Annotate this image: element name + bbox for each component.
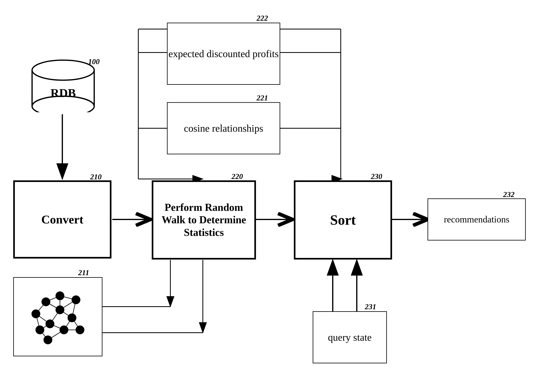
- svg-point-86: [43, 336, 52, 344]
- svg-point-53: [32, 60, 94, 80]
- ref-220: 220: [231, 172, 243, 181]
- svg-point-78: [72, 295, 80, 304]
- ref-222: 222: [257, 14, 268, 22]
- sort-box: Sort: [294, 180, 392, 259]
- ref-211: 211: [78, 268, 89, 277]
- rdb-cylinder: [30, 58, 96, 112]
- svg-point-84: [60, 325, 68, 334]
- query-state-box: query state: [313, 311, 387, 363]
- ref-221: 221: [257, 93, 268, 102]
- rdb-label: RDB: [30, 86, 96, 100]
- svg-point-76: [42, 297, 50, 306]
- random-walk-box: Perform Random Walk to Determine Statist…: [152, 180, 256, 259]
- svg-point-80: [56, 306, 64, 314]
- ref-231: 231: [365, 302, 376, 311]
- main-diagram: RDB 100 Convert 210 Perform Random Walk …: [0, 0, 545, 392]
- network-graph-svg: [20, 284, 96, 350]
- svg-point-83: [36, 325, 44, 334]
- cosine-box: cosine relationships: [167, 102, 280, 154]
- svg-point-81: [68, 313, 76, 322]
- ref-232: 232: [503, 190, 514, 199]
- svg-point-77: [56, 291, 64, 300]
- ref-210: 210: [90, 172, 102, 181]
- expected-box: expected discounted profits: [167, 23, 280, 85]
- ref-100: 100: [88, 57, 100, 66]
- svg-rect-55: [32, 106, 94, 112]
- graph-box: [13, 277, 102, 356]
- svg-point-85: [75, 325, 84, 334]
- recommendations-box: recommendations: [427, 198, 526, 240]
- ref-230: 230: [371, 172, 382, 181]
- svg-point-79: [31, 309, 40, 318]
- svg-point-82: [45, 319, 54, 328]
- convert-box: Convert: [13, 180, 111, 258]
